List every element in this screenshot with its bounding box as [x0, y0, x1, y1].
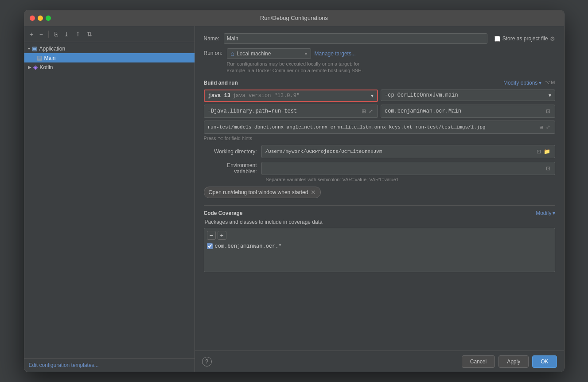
open-window-tag: Open run/debug tool window when started … — [204, 187, 321, 198]
open-window-tag-label: Open run/debug tool window when started — [209, 189, 308, 195]
env-vars-hint: Separate variables with semicolon: VAR=v… — [266, 177, 555, 182]
ev-actions: ⊡ — [545, 164, 551, 172]
run-on-label: Run on: — [204, 48, 222, 56]
sort-config-button[interactable]: ⇅ — [85, 30, 94, 39]
name-label: Name: — [204, 35, 219, 42]
expand-icon[interactable]: ⊞ — [361, 107, 367, 115]
modify-options-button[interactable]: Modify options ▾ — [503, 80, 541, 86]
packages-box: − + com.benjaminwan.ocr.* — [204, 228, 555, 272]
packages-label: Packages and classes to include in cover… — [205, 219, 555, 225]
ok-button[interactable]: OK — [532, 355, 557, 368]
main-window: Run/Debug Configurations + − ⎘ ⤓ ⤒ ⇅ ▾ ▣… — [24, 10, 565, 372]
home-icon: ⌂ — [231, 50, 234, 57]
add-config-button[interactable]: + — [28, 30, 35, 39]
working-directory-label: Working directory: — [204, 148, 261, 155]
kotlin-icon: ◈ — [33, 64, 38, 70]
application-group[interactable]: ▾ ▣ Application — [24, 44, 195, 53]
main-class-value: com.benjaminwan.ocr.Main — [385, 108, 461, 114]
cp-value-label: -cp OcrLiteOnnxJvm.main — [385, 92, 458, 98]
application-group-label: Application — [39, 46, 66, 52]
chevron-down-icon: ▾ — [28, 46, 30, 51]
close-button[interactable] — [30, 16, 35, 21]
package-name: com.benjaminwan.ocr.* — [215, 243, 282, 249]
modify-options-area: Modify options ▾ ⌥M — [503, 80, 555, 86]
wd-browse-icon[interactable]: ⊡ — [536, 148, 542, 156]
kotlin-group[interactable]: ▶ ◈ Kotlin — [24, 62, 195, 72]
remove-config-button[interactable]: − — [38, 30, 45, 39]
working-directory-row: Working directory: /Users/mywork/OCRProj… — [204, 145, 555, 158]
help-button[interactable]: ? — [202, 357, 212, 366]
save-config-button[interactable]: ⤓ — [62, 30, 71, 39]
cp-module-select[interactable]: -cp OcrLiteOnnxJvm.main ▾ — [381, 90, 555, 101]
chevron-right-icon: ▶ — [28, 65, 31, 70]
sidebar: + − ⎘ ⤓ ⤒ ⇅ ▾ ▣ Application ▤ Main — [24, 26, 195, 372]
env-vars-field[interactable]: ⊡ — [261, 162, 555, 175]
run-on-hint: Run configurations may be executed local… — [227, 61, 363, 74]
cancel-button[interactable]: Cancel — [462, 355, 495, 368]
program-args-value: run-test/models dbnet.onnx angle_net.onn… — [208, 125, 486, 130]
main-class-actions: ⊡ — [545, 107, 551, 115]
tag-close-button[interactable]: ✕ — [311, 189, 316, 196]
expand-program-args-icon[interactable]: ⊞ — [539, 123, 544, 131]
copy-config-button[interactable]: ⎘ — [52, 30, 59, 39]
vm-options-row: -Djava.library.path=run-test ⊞ ⤢ com.ben… — [204, 105, 555, 118]
store-as-project-checkbox[interactable] — [495, 36, 500, 42]
name-input[interactable] — [224, 33, 487, 44]
cp-select-wrapper: -cp OcrLiteOnnxJvm.main ▾ — [381, 90, 555, 102]
package-item: com.benjaminwan.ocr.* — [207, 242, 552, 250]
main-class-field[interactable]: com.benjaminwan.ocr.Main ⊡ — [381, 105, 555, 118]
remove-package-button[interactable]: − — [207, 231, 216, 240]
window-title: Run/Debug Configurations — [260, 15, 328, 21]
add-package-button[interactable]: + — [218, 231, 226, 240]
java-select-wrapper: java 13 java version "13.0.9" ▾ — [204, 90, 378, 102]
manage-targets-link[interactable]: Manage targets... — [315, 51, 356, 57]
main-config-item[interactable]: ▤ Main — [24, 53, 195, 62]
toolbar-divider — [48, 31, 49, 38]
config-tree: ▾ ▣ Application ▤ Main ▶ ◈ Kotlin — [24, 42, 195, 358]
java-version-detail: java version "13.0.9" — [233, 93, 300, 99]
program-args-actions: ⊞ ⤢ — [539, 123, 551, 131]
store-label: Store as project file — [502, 35, 548, 42]
run-on-right: ⌂ Local machine ▾ Manage targets... Run … — [227, 48, 363, 74]
run-on-row: Run on: ⌂ Local machine ▾ Manage targets… — [204, 48, 555, 74]
open-window-tag-row: Open run/debug tool window when started … — [204, 187, 555, 198]
gear-icon: ⚙ — [550, 35, 555, 42]
coverage-title: Code Coverage — [204, 210, 243, 216]
traffic-lights — [30, 16, 51, 21]
open-in-editor-icon[interactable]: ⤢ — [368, 107, 374, 115]
apply-button[interactable]: Apply — [498, 355, 529, 368]
action-buttons: Cancel Apply OK — [462, 355, 557, 368]
maximize-button[interactable] — [46, 16, 51, 21]
vm-options-actions: ⊞ ⤢ — [361, 107, 374, 115]
java-sdk-select[interactable]: java 13 java version "13.0.9" ▾ — [204, 90, 378, 102]
edit-templates-link[interactable]: Edit configuration templates... — [29, 362, 99, 368]
wd-folder-icon[interactable]: 📁 — [543, 148, 551, 156]
name-row: Name: Store as project file ⚙ — [204, 33, 555, 44]
application-icon: ▣ — [32, 45, 37, 52]
wd-actions: ⊡ 📁 — [536, 148, 551, 156]
main-item-label: Main — [44, 55, 56, 61]
open-program-args-icon[interactable]: ⤢ — [545, 123, 551, 131]
modify-coverage-button[interactable]: Modify ▾ — [536, 210, 555, 216]
program-args-field[interactable]: run-test/models dbnet.onnx angle_net.onn… — [204, 121, 555, 134]
local-machine-select[interactable]: ⌂ Local machine ▾ — [227, 48, 311, 59]
sidebar-toolbar: + − ⎘ ⤓ ⤒ ⇅ — [24, 26, 195, 42]
coverage-section: Code Coverage Modify ▾ Packages and clas… — [204, 205, 555, 272]
browse-icon[interactable]: ⊡ — [545, 107, 551, 115]
run-on-select-row: ⌂ Local machine ▾ Manage targets... — [227, 48, 363, 59]
package-checkbox[interactable] — [207, 243, 213, 249]
chevron-down-icon: ▾ — [539, 80, 541, 86]
vm-options-value: -Djava.library.path=run-test — [208, 108, 297, 114]
content-area: + − ⎘ ⤓ ⤒ ⇅ ▾ ▣ Application ▤ Main — [24, 26, 564, 372]
config-icon: ▤ — [37, 55, 42, 61]
vm-options-field[interactable]: -Djava.library.path=run-test ⊞ ⤢ — [204, 105, 378, 118]
java-version-label: java 13 — [208, 93, 230, 99]
working-directory-field[interactable]: /Users/mywork/OCRProjects/OcrLiteOnnxJvm… — [261, 145, 555, 158]
ev-browse-icon[interactable]: ⊡ — [545, 164, 551, 172]
build-and-run-header: Build and run Modify options ▾ ⌥M — [204, 80, 555, 86]
store-checkbox-area: Store as project file ⚙ — [495, 35, 555, 42]
cp-dropdown-caret: ▾ — [549, 92, 551, 98]
form-area: Name: Store as project file ⚙ Run on: — [195, 26, 564, 351]
minimize-button[interactable] — [38, 16, 43, 21]
share-config-button[interactable]: ⤒ — [74, 30, 82, 39]
